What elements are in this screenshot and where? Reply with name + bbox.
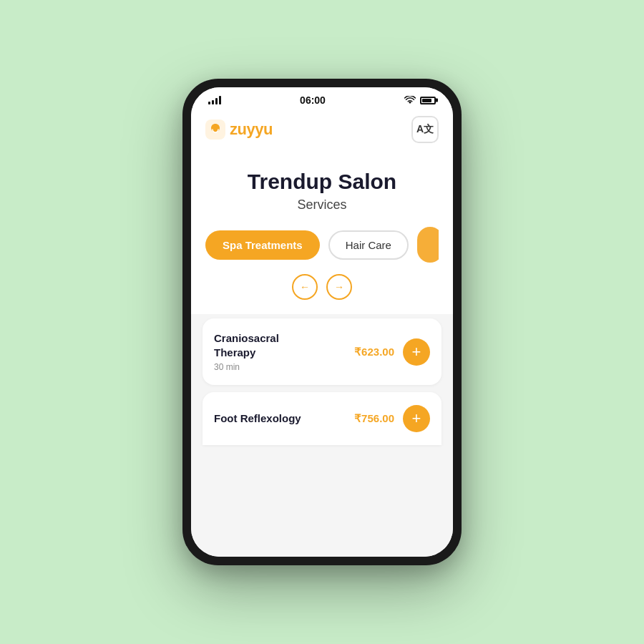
- salon-subtitle: Services: [205, 197, 439, 213]
- service-info: CraniosacralTherapy 30 min: [214, 331, 354, 372]
- service-name: CraniosacralTherapy: [214, 331, 354, 359]
- service-price-2: ₹756.00: [354, 412, 394, 425]
- phone-screen: 06:00 zuyyu: [191, 87, 453, 557]
- logo-text: zuyyu: [230, 120, 273, 139]
- nav-arrows: ← →: [191, 263, 453, 314]
- salon-title: Trendup Salon: [205, 169, 439, 195]
- service-card-partial: Foot Reflexology ₹756.00 +: [203, 392, 441, 445]
- phone-frame: 06:00 zuyyu: [182, 79, 462, 565]
- services-section: CraniosacralTherapy 30 min ₹623.00 + Foo…: [191, 318, 453, 445]
- add-service-button-2[interactable]: +: [403, 405, 430, 432]
- category-section: Spa Treatments Hair Care: [191, 213, 453, 263]
- battery-fill: [422, 99, 431, 102]
- service-info: Foot Reflexology: [214, 411, 354, 426]
- service-card: CraniosacralTherapy 30 min ₹623.00 +: [203, 318, 441, 385]
- service-name-2: Foot Reflexology: [214, 411, 354, 426]
- next-arrow-button[interactable]: →: [326, 274, 352, 300]
- logo-icon: [205, 119, 225, 140]
- battery-icon: [420, 97, 436, 104]
- category-tabs: Spa Treatments Hair Care: [205, 227, 439, 263]
- app-header: zuyyu A文: [191, 110, 453, 152]
- add-service-button[interactable]: +: [403, 338, 430, 366]
- service-right: ₹623.00 +: [354, 338, 430, 366]
- prev-arrow-button[interactable]: ←: [292, 274, 318, 300]
- signal-icon: [208, 96, 221, 104]
- service-duration: 30 min: [214, 362, 354, 372]
- status-bar: 06:00: [191, 87, 453, 110]
- wifi-icon: [404, 96, 416, 104]
- translate-button[interactable]: A文: [411, 116, 439, 143]
- service-right-2: ₹756.00 +: [354, 405, 430, 432]
- tab-partial-indicator: [417, 227, 439, 263]
- add-icon-2: +: [412, 411, 421, 426]
- prev-arrow-icon: ←: [300, 281, 310, 293]
- hero-section: Trendup Salon Services: [191, 152, 453, 213]
- status-time: 06:00: [300, 94, 326, 106]
- main-content[interactable]: Trendup Salon Services Spa Treatments Ha…: [191, 152, 453, 557]
- logo-container: zuyyu: [205, 119, 273, 140]
- status-icons: [404, 96, 436, 104]
- next-arrow-icon: →: [334, 281, 344, 293]
- service-price: ₹623.00: [354, 346, 394, 358]
- tab-spa-treatments[interactable]: Spa Treatments: [205, 230, 320, 260]
- translate-label: A文: [416, 123, 434, 136]
- add-icon: +: [412, 344, 421, 360]
- tab-hair-care[interactable]: Hair Care: [328, 230, 409, 260]
